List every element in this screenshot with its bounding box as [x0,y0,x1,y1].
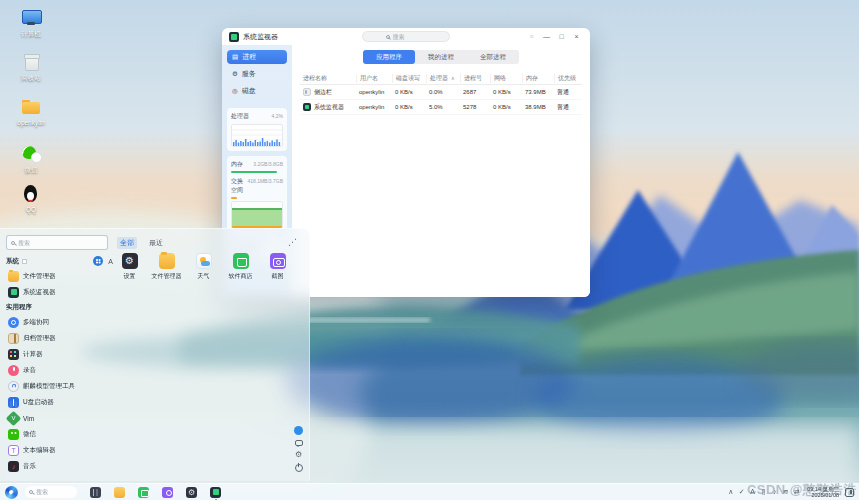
taskbar-search-box[interactable] [25,486,77,498]
app-item-file-manager[interactable]: 文件管理器 [6,268,116,284]
watermark-text: CSDN @憨憨浩浩 [747,481,857,499]
usb-icon [8,397,19,408]
column-header-name[interactable]: 进程名称 [300,74,356,83]
microphone-icon [8,365,19,376]
sidebar-item-label: 进程 [242,52,256,62]
desktop-icon-label: 微信 [25,166,38,175]
tab-my-processes[interactable]: 我的进程 [415,50,467,64]
cell-disk: 0 KB/s [392,104,426,110]
window-menu-button[interactable]: ≡ [525,31,538,43]
window-search-input[interactable] [393,34,427,40]
app-item-music[interactable]: 音乐 [6,458,116,474]
app-list: 系统 A 文件管理器 系统监视器 实用程序 多端协同 归档管理器 计算器 录音 … [6,254,116,474]
table-header-row: 进程名称 用户名 磁盘读写 处理器∧ 进程号 网络 内存 优先级 [300,72,582,85]
tab-applications[interactable]: 应用程序 [363,50,415,64]
table-row[interactable]: 侧边栏 openkylin 0 KB/s 0.0% 2687 0 KB/s 73… [300,85,582,100]
memory-history-area [232,208,282,226]
swap-value: 418.1MB/3.7GB [247,178,283,184]
app-item-wechat[interactable]: 微信 [6,426,116,442]
pinned-app-settings[interactable]: 设置 [112,253,147,281]
minimize-button[interactable]: — [540,31,553,43]
column-header-pid[interactable]: 进程号 [460,74,490,83]
file-manager-icon[interactable] [114,487,125,498]
cpu-value: 4.2% [272,113,283,119]
app-item-vim[interactable]: Vim [6,410,116,426]
pinned-app-screenshot[interactable]: 截图 [260,253,295,281]
desktop-icon-openkylin-folder[interactable]: openkylin [6,97,56,126]
start-menu-panel: 全部 最近 ⋰ 系统 A 文件管理器 系统监视器 实用程序 多端协同 归档管理器 [0,228,310,481]
disks-icon: ◎ [232,87,238,95]
pinned-app-weather[interactable]: 天气 [186,253,221,281]
cell-pid: 5278 [460,104,490,110]
app-item-archive-manager[interactable]: 归档管理器 [6,330,116,346]
pinned-app-software-store[interactable]: 软件商店 [223,253,258,281]
window-titlebar[interactable]: 系统监视器 ≡ — □ × [222,28,590,45]
desktop-icon-label: openkylin [17,119,44,126]
tab-all-processes[interactable]: 全部进程 [467,50,519,64]
close-button[interactable]: × [570,31,583,43]
column-header-memory[interactable]: 内存 [522,74,554,83]
launcher-search-box[interactable] [6,235,108,250]
app-item-kylin-model-tool[interactable]: 麒麟模型管理工具 [6,378,116,394]
column-header-priority[interactable]: 优先级 [554,74,578,83]
launcher-expand-icon[interactable]: ⋰ [288,238,303,247]
app-item-usb-creator[interactable]: U盘启动器 [6,394,116,410]
desktop-icon-label: 计算机 [21,30,41,39]
launcher-tab-all[interactable]: 全部 [117,237,137,249]
tray-input-method-icon[interactable]: ✓ [738,487,745,497]
processes-icon: ▤ [232,53,238,61]
calculator-icon [8,349,19,360]
trash-icon [20,52,42,72]
column-header-cpu[interactable]: 处理器∧ [426,74,460,83]
launcher-search-input[interactable] [18,240,88,246]
search-icon [386,35,390,39]
music-icon [8,461,19,472]
memory-usage-bar [231,171,277,173]
taskbar-search-input[interactable] [36,489,68,495]
settings-icon[interactable] [186,487,197,498]
desktop-icon-recycle-bin[interactable]: 回收站 [6,52,56,83]
window-search-box[interactable] [362,31,450,42]
gear-icon[interactable]: ⚙ [295,451,302,459]
table-row[interactable]: 系统监视器 openkylin 0 KB/s 5.0% 5278 0 KB/s … [300,100,582,115]
window-controls: ≡ — □ × [525,31,583,43]
column-header-user[interactable]: 用户名 [356,74,392,83]
memory-stats-card: 内存 3.2GB/3.8GB 交换空间 418.1MB/3.7GB [227,156,287,233]
system-monitor-app-icon [229,32,239,42]
swap-usage-bar [231,197,237,199]
user-avatar[interactable] [294,426,303,435]
maximize-button[interactable]: □ [555,31,568,43]
cell-priority: 普通 [554,88,578,97]
desktop-icon-qq[interactable]: QQ [6,184,56,213]
start-menu-button[interactable] [5,486,18,499]
software-store-icon[interactable] [138,487,149,498]
app-item-collaboration[interactable]: 多端协同 [6,314,116,330]
power-icon[interactable] [295,464,303,472]
desktop-icon-computer[interactable]: 计算机 [6,8,56,39]
feedback-icon[interactable] [295,440,303,446]
multitask-view-icon[interactable] [90,487,101,498]
app-item-text-editor[interactable]: 文本编辑器 [6,442,116,458]
desktop-icon-wechat[interactable]: 微信 [6,144,56,175]
sidebar-item-services[interactable]: ⚙ 服务 [227,67,287,81]
sidebar-item-processes[interactable]: ▤ 进程 [227,50,287,64]
process-name: 系统监视器 [314,103,344,112]
sidebar-item-disks[interactable]: ◎ 磁盘 [227,84,287,98]
category-view-icon[interactable] [93,256,103,266]
file-manager-icon [159,253,175,269]
app-item-system-monitor[interactable]: 系统监视器 [6,284,116,300]
column-header-disk[interactable]: 磁盘读写 [392,74,426,83]
taskbar-app-icons [90,487,221,498]
launcher-side-buttons: ⚙ [294,426,303,472]
archive-icon [8,333,19,344]
app-item-recorder[interactable]: 录音 [6,362,116,378]
start-menu-body: 系统 A 文件管理器 系统监视器 实用程序 多端协同 归档管理器 计算器 录音 … [6,254,303,474]
pinned-app-file-manager[interactable]: 文件管理器 [149,253,184,281]
wechat-icon [20,144,42,164]
screenshot-icon[interactable] [162,487,173,498]
app-item-calculator[interactable]: 计算器 [6,346,116,362]
column-header-network[interactable]: 网络 [490,74,522,83]
launcher-tab-recent[interactable]: 最近 [146,237,166,249]
system-monitor-icon[interactable] [210,487,221,498]
tray-expand-icon[interactable]: ∧ [727,487,734,497]
